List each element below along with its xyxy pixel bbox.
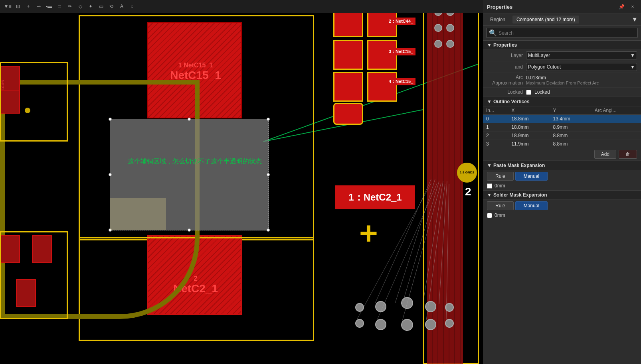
- vertex-row-0[interactable]: 0 18.8mm 13.4mm: [483, 115, 641, 123]
- vertex-3-x: 11.9mm: [508, 140, 550, 148]
- polygon-cutout-selection[interactable]: [110, 119, 269, 230]
- solder-manual-btn[interactable]: Manual: [515, 201, 548, 210]
- vertex-2-y: 8.8mm: [550, 132, 592, 140]
- delete-vertex-btn[interactable]: 🗑: [619, 150, 637, 159]
- netc2-1-box: 1：NetC2_1: [335, 185, 415, 209]
- col-x: X: [508, 106, 550, 115]
- via-bot-5: [445, 303, 454, 312]
- via-bot-6: [355, 319, 364, 328]
- via-bot-4: [425, 301, 436, 312]
- via-bot-8: [401, 319, 413, 331]
- vertex-3-arc: [592, 140, 641, 148]
- paste-rule-manual-row: Rule Manual: [483, 170, 641, 182]
- locked-label: Locked: [487, 89, 523, 95]
- dropdown-arrow-icon-2: ▼: [630, 64, 635, 70]
- dropdown-arrow-icon: ▼: [630, 53, 635, 58]
- vertex-2-index: 2: [483, 132, 508, 140]
- handle-bot-center[interactable]: [188, 228, 191, 232]
- properties-panel: Properties 📌 × Region Components (and 12…: [483, 0, 641, 364]
- vertex-0-x: 18.8mm: [508, 115, 550, 123]
- left-group-outline: [0, 62, 68, 142]
- toolbar-star-btn[interactable]: ✦: [86, 2, 95, 11]
- vertex-2-arc: [592, 132, 641, 140]
- solder-mask-checkbox[interactable]: [487, 213, 492, 218]
- via-right-6: [446, 40, 454, 48]
- panel-title: Properties: [487, 4, 512, 10]
- toolbar-id-btn[interactable]: ⊡: [14, 2, 22, 11]
- via-bot-1: [355, 303, 364, 312]
- vertex-3-index: 3: [483, 140, 508, 148]
- toolbar-pencil-btn[interactable]: ✏: [65, 2, 74, 11]
- via-right-5: [434, 40, 442, 48]
- vertex-0-y: 13.4mm: [550, 115, 592, 123]
- paste-value-row: 0mm: [483, 182, 641, 190]
- section-solder-collapse-icon: ▼: [487, 192, 492, 198]
- via-left-center: [25, 108, 30, 113]
- layer-label: Layer: [487, 53, 523, 58]
- polygon-cutout-dropdown[interactable]: Polygon Cutout ▼: [526, 63, 637, 71]
- net-c15-3-label: 3：NetC15_: [386, 48, 415, 55]
- toolbar-rect-btn[interactable]: ▭: [97, 2, 105, 11]
- add-vertex-btn[interactable]: Add: [594, 150, 616, 159]
- vertex-row-3[interactable]: 3 11.9mm 8.8mm: [483, 140, 641, 148]
- toolbar-add-btn[interactable]: +: [24, 2, 33, 11]
- polygon-cutout-row: and Polygon Cutout ▼: [483, 61, 641, 73]
- filter-icon[interactable]: ▼: [631, 16, 638, 23]
- handle-top-center[interactable]: [188, 118, 191, 121]
- section-collapse-icon: ▼: [487, 42, 492, 48]
- solder-rule-manual-row: Rule Manual: [483, 200, 641, 212]
- panel-scroll-area[interactable]: ▼ Properties Layer MultiLayer ▼ and Poly…: [483, 40, 641, 364]
- arc-label: Arc Approximation: [487, 75, 523, 86]
- layer-dropdown[interactable]: MultiLayer ▼: [526, 51, 637, 59]
- arc-value: 0.013mm: [526, 75, 637, 81]
- section-solder-label: Solder Mask Expansion: [493, 192, 547, 198]
- section-properties-header[interactable]: ▼ Properties: [483, 40, 641, 50]
- locked-checkbox[interactable]: [526, 90, 531, 95]
- vertex-row-2[interactable]: 2 18.9mm 8.8mm: [483, 132, 641, 140]
- pcb-canvas[interactable]: 1 NetC15_1 NetC15_1 2 NetC2_1 这个辅铜区域，怎么切…: [0, 0, 483, 364]
- search-box[interactable]: 🔍: [486, 28, 638, 38]
- handle-top-left[interactable]: [109, 118, 112, 121]
- section-vertices-header[interactable]: ▼ Outline Vertices: [483, 97, 641, 106]
- panel-tabs: Region Components (and 12 more) ▼: [483, 14, 641, 26]
- section-paste-label: Paste Mask Expansion: [493, 163, 545, 168]
- toolbar-diamond-btn[interactable]: ◇: [76, 2, 85, 11]
- toolbar-filter-btn[interactable]: ▼≡: [3, 2, 12, 11]
- tab-components[interactable]: Components (and 12 more): [512, 16, 579, 24]
- vertex-row-1[interactable]: 1 18.8mm 8.9mm: [483, 123, 641, 132]
- toolbar-text-btn[interactable]: A: [117, 2, 126, 11]
- toolbar-chart-btn[interactable]: ▪▬: [45, 2, 53, 11]
- chinese-annotation: 这个辅铜区域，怎么切切不了这个半透明的状态: [128, 157, 262, 166]
- panel-pin-btn[interactable]: 📌: [617, 2, 626, 11]
- toolbar-circle-btn[interactable]: ○: [128, 2, 137, 11]
- handle-bot-right[interactable]: [267, 228, 270, 232]
- toolbar-square-btn[interactable]: □: [55, 2, 64, 11]
- handle-top-right[interactable]: [267, 118, 270, 121]
- via-right-4: [446, 24, 454, 32]
- paste-mask-checkbox[interactable]: [487, 183, 492, 189]
- vertex-0-index: 0: [483, 115, 508, 123]
- col-arc: Arc Angl...: [592, 106, 641, 115]
- paste-rule-btn[interactable]: Rule: [487, 172, 514, 181]
- search-input[interactable]: [499, 30, 635, 36]
- paste-manual-btn[interactable]: Manual: [515, 172, 548, 181]
- search-icon: 🔍: [489, 29, 497, 37]
- arc-approximation-row: Arc Approximation 0.013mm Maximum Deviat…: [483, 73, 641, 88]
- toolbar-edit-btn[interactable]: ⟲: [107, 2, 116, 11]
- handle-mid-right[interactable]: [267, 173, 270, 176]
- toolbar-measure-btn[interactable]: ⊸: [34, 2, 43, 11]
- via-bot-9: [425, 319, 436, 330]
- locked-row: Locked Locked: [483, 88, 641, 97]
- section-vertices-label: Outline Vertices: [493, 99, 530, 104]
- section-paste-collapse-icon: ▼: [487, 163, 492, 168]
- panel-close-btn[interactable]: ×: [628, 2, 637, 11]
- section-solder-mask-header[interactable]: ▼ Solder Mask Expansion: [483, 190, 641, 200]
- solder-rule-btn[interactable]: Rule: [487, 201, 514, 210]
- tab-region[interactable]: Region: [486, 16, 509, 24]
- vertex-2-x: 18.9mm: [508, 132, 550, 140]
- right-2-label: 2: [465, 185, 471, 198]
- section-paste-mask-header[interactable]: ▼ Paste Mask Expansion: [483, 161, 641, 170]
- vertex-1-arc: [592, 123, 641, 132]
- solder-value-row: 0mm: [483, 212, 641, 220]
- handle-mid-left[interactable]: [109, 173, 112, 176]
